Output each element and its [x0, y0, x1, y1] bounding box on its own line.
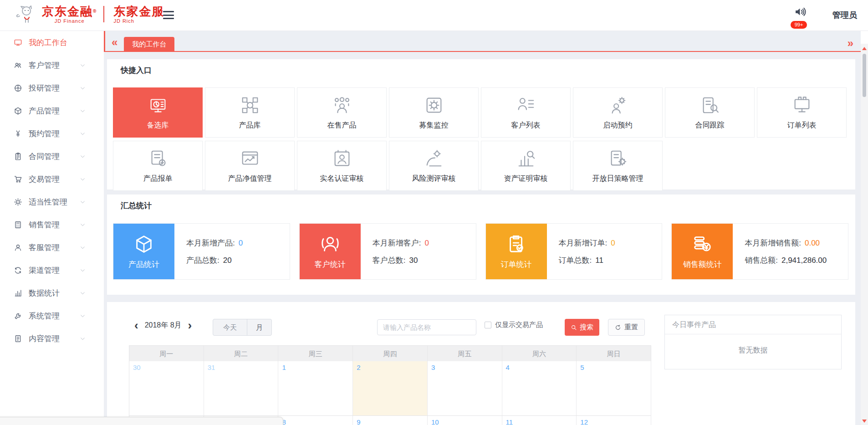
sidebar-item-statistics[interactable]: 数据统计 [0, 282, 104, 304]
calendar-day-12[interactable]: 12 [577, 416, 651, 425]
quick-tile-product-report[interactable]: 产品报单 [113, 141, 203, 191]
calendar-view-switch: 今天 月 [213, 319, 272, 336]
stat-line-1-label: 本月新增客户: [373, 239, 421, 247]
sidebar-item-reservation[interactable]: 预约管理 [0, 122, 104, 145]
chevron-down-icon [80, 154, 86, 159]
sidebar-item-label: 预约管理 [29, 128, 60, 139]
quick-tile-nav-management[interactable]: 产品净值管理 [205, 141, 295, 191]
notification-speaker-icon[interactable] [793, 5, 807, 18]
user-menu[interactable]: 管理员 [832, 10, 857, 20]
person-list-icon [516, 95, 536, 116]
sidebar-item-channel[interactable]: 渠道管理 [0, 259, 104, 282]
quick-tile-fundraising-monitor[interactable]: 募集监控 [389, 87, 479, 138]
weekday-周五: 周五 [428, 346, 502, 361]
gear-icon [14, 198, 22, 206]
quick-tile-candidate-library[interactable]: 备选库 [113, 87, 203, 138]
quick-tile-product-library[interactable]: 产品库 [205, 87, 295, 138]
stat-line-2-label: 产品总数: [186, 256, 220, 265]
calendar-day-4[interactable]: 4 [502, 361, 577, 415]
hamburger-menu-icon[interactable] [163, 11, 174, 19]
quick-tile-label: 合同跟踪 [695, 121, 725, 130]
quick-tile-openday-strategy[interactable]: 开放日策略管理 [573, 141, 663, 191]
quick-entry-section: 快捷入口 备选库产品库在售产品募集监控客户列表启动预约合同跟踪订单列表 产品报单… [107, 59, 855, 189]
sidebar-item-contract[interactable]: 合同管理 [0, 145, 104, 168]
calendar-day-2[interactable]: 2 [353, 361, 428, 415]
sidebar-item-label: 客服管理 [29, 242, 60, 253]
notification-count-badge[interactable]: 99+ [791, 21, 807, 29]
stat-line-2-value: 20 [223, 256, 232, 265]
sidebar-item-customer[interactable]: 客户管理 [0, 54, 104, 77]
stat-card-product: 产品统计本月新增产品:0产品总数:20 [113, 223, 290, 280]
id-card-icon [332, 148, 352, 169]
sidebar-item-workbench[interactable]: 我的工作台 [0, 31, 104, 54]
chevron-down-icon [80, 290, 86, 296]
stat-line-1-value: 0 [239, 239, 243, 247]
quick-tiles-row-1: 备选库产品库在售产品募集监控客户列表启动预约合同跟踪订单列表 [113, 87, 848, 138]
search-button[interactable]: 搜索 [565, 319, 599, 336]
sidebar-item-content[interactable]: 内容管理 [0, 327, 104, 350]
today-events-panel: 今日事件产品 暂无数据 [664, 315, 842, 369]
browser-status-overlay [0, 417, 283, 425]
stat-line-1: 本月新增产品:0 [186, 238, 290, 248]
clipboard-icon [14, 152, 22, 161]
logo-registered-mark: ® [93, 9, 97, 14]
trade-products-only-checkbox-row[interactable]: 仅显示交易产品 [485, 321, 543, 329]
calendar-day-number: 9 [357, 418, 360, 425]
tabs-scroll-left-icon[interactable]: « [112, 37, 117, 48]
calendar-day-8[interactable]: 8 [278, 416, 353, 425]
tab-my-workbench[interactable]: 我的工作台 [124, 37, 174, 51]
sidebar-item-sales[interactable]: 销售管理 [0, 213, 104, 236]
reset-button[interactable]: 重置 [608, 319, 645, 336]
calendar-day-31[interactable]: 31 [204, 361, 279, 415]
quick-tile-asset-audit[interactable]: 资产证明审核 [481, 141, 571, 191]
calendar-day-number: 11 [506, 418, 513, 425]
calendar-day-11[interactable]: 11 [502, 416, 577, 425]
product-name-search-input[interactable] [377, 319, 476, 335]
trade-products-only-label: 仅显示交易产品 [495, 321, 543, 329]
quick-tile-on-sale-products[interactable]: 在售产品 [297, 87, 387, 138]
user-icon [14, 243, 22, 252]
stat-line-2-label: 销售总额: [745, 256, 778, 265]
sidebar-item-product[interactable]: 产品管理 [0, 99, 104, 122]
quick-tile-start-reservation[interactable]: 启动预约 [573, 87, 663, 138]
calendar-day-number: 10 [431, 418, 439, 425]
calendar-day-9[interactable]: 9 [353, 416, 428, 425]
tabs-scroll-right-icon[interactable]: » [848, 38, 853, 49]
calendar-day-3[interactable]: 3 [428, 361, 502, 415]
tab-bar: « 我的工作台 » [104, 31, 861, 52]
gear-wave-icon [424, 148, 444, 169]
quick-tile-realname-audit[interactable]: 实名认证审核 [297, 141, 387, 191]
trade-products-only-checkbox[interactable] [485, 322, 491, 328]
quick-tile-customer-list[interactable]: 客户列表 [481, 87, 571, 138]
month-view-button[interactable]: 月 [247, 319, 271, 335]
calendar-day-5[interactable]: 5 [577, 361, 651, 415]
calendar-prev-month-icon[interactable]: ‹ [134, 320, 138, 330]
sidebar-item-research[interactable]: 投研管理 [0, 77, 104, 99]
sidebar-item-system[interactable]: 系统管理 [0, 304, 104, 327]
quick-tile-risk-audit[interactable]: 风险测评审核 [389, 141, 479, 191]
quick-tile-contract-tracking[interactable]: 合同跟踪 [665, 87, 755, 138]
calendar-next-month-icon[interactable]: › [188, 320, 192, 330]
sidebar-item-suitability[interactable]: 适当性管理 [0, 190, 104, 213]
sidebar-item-service[interactable]: 客服管理 [0, 236, 104, 259]
calendar-day-10[interactable]: 10 [428, 416, 502, 425]
stat-card-order: 订单统计本月新增订单:0订单总数:11 [485, 223, 663, 280]
quick-tile-order-list[interactable]: 订单列表 [757, 87, 847, 138]
calendar-day-30[interactable]: 30 [129, 361, 204, 415]
calendar-day-1[interactable]: 1 [278, 361, 353, 415]
order-check-icon [506, 234, 527, 255]
page-scrollbar[interactable] [861, 44, 868, 425]
sidebar-item-label: 系统管理 [29, 311, 60, 321]
scrollbar-up-arrow-icon[interactable] [862, 47, 867, 50]
weekday-周二: 周二 [204, 346, 279, 361]
quick-tile-label: 募集监控 [419, 121, 449, 130]
today-events-empty-text: 暂无数据 [665, 334, 841, 369]
sidebar-item-trade[interactable]: 交易管理 [0, 168, 104, 190]
today-button[interactable]: 今天 [213, 319, 247, 335]
people-group-icon [332, 95, 352, 116]
scrollbar-thumb[interactable] [863, 54, 866, 97]
scrollbar-down-arrow-icon[interactable] [862, 420, 867, 423]
calc-icon [14, 220, 22, 229]
sidebar-item-label: 内容管理 [29, 333, 60, 344]
person-arcs-icon [320, 234, 341, 255]
